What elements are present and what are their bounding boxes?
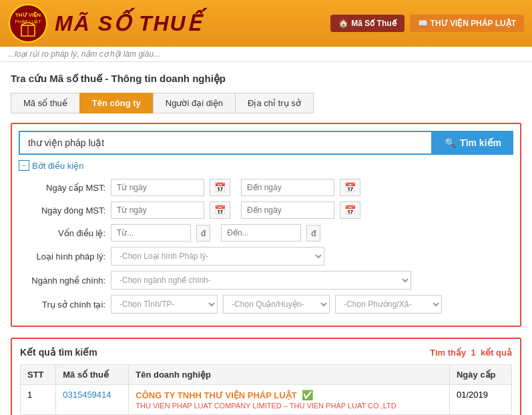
filter-row-capital: Vốn điều lệ: đ đ <box>19 224 513 242</box>
tab-address[interactable]: Địa chỉ trụ sở <box>235 93 314 113</box>
select-legal-type[interactable]: -Chọn Loại hình Pháp lý- <box>111 247 324 266</box>
subtitle: ...loại rủi ro pháp lý, nắm cơ hội làm g… <box>0 47 532 62</box>
results-area: Kết quả tìm kiếm Tìm thấy 1 kết quả STT … <box>11 338 521 415</box>
home-icon: 🏠 <box>338 19 348 28</box>
results-title: Kết quả tìm kiếm <box>20 347 97 358</box>
calendar-icon-3[interactable]: 📅 <box>210 201 230 219</box>
search-icon: 🔍 <box>445 137 456 148</box>
tax-id-link[interactable]: 0315459414 <box>63 390 111 400</box>
table-row: 1 0315459414 CÔNG TY TNHH THƯ VIỆN PHÁP … <box>21 385 512 415</box>
company-name-main[interactable]: CÔNG TY TNHH THƯ VIỆN PHÁP LUẬT ✅ <box>136 390 443 400</box>
select-ward[interactable]: -Chọn Phường/Xã- <box>335 295 442 314</box>
capital-from[interactable] <box>111 224 191 242</box>
cell-tax-id: 0315459414 <box>56 385 129 415</box>
verified-icon: ✅ <box>302 390 313 400</box>
label-issue-date: Ngày cấp MST: <box>19 183 105 193</box>
tab-representative[interactable]: Người đại diện <box>153 93 235 113</box>
filter-row-close-date: Ngày đóng MST: 📅 📅 <box>19 201 513 219</box>
search-input[interactable] <box>19 131 433 155</box>
col-stt: STT <box>21 365 56 385</box>
table-header-row: STT Mã số thuế Tên doanh nghiệp Ngày cấp <box>21 365 512 385</box>
currency-icon-2: đ <box>306 225 320 242</box>
filter-row-legal-type: Loại hình pháp lý: -Chọn Loại hình Pháp … <box>19 247 513 266</box>
filter-row-industry: Ngành nghề chính: -Chọn ngành nghề chính… <box>19 271 513 290</box>
tab-tax-id[interactable]: Mã số thuế <box>11 93 79 113</box>
results-count: Tìm thấy 1 kết quả <box>430 348 512 358</box>
nav-item-tax[interactable]: 🏠 Mã Số Thuế <box>330 15 404 32</box>
book-icon: 📖 <box>418 19 428 28</box>
issue-date-to[interactable] <box>241 179 334 196</box>
results-header: Kết quả tìm kiếm Tìm thấy 1 kết quả <box>20 347 512 358</box>
header-nav: 🏠 Mã Số Thuế 📖 THƯ VIỆN PHÁP LUẬT <box>330 15 524 32</box>
cell-company-name: CÔNG TY TNHH THƯ VIỆN PHÁP LUẬT ✅ THU VI… <box>129 385 450 415</box>
tab-company-name[interactable]: Tên công ty <box>79 93 153 113</box>
close-date-from[interactable] <box>111 201 204 219</box>
label-location: Trụ sở chính tại: <box>19 300 105 310</box>
capital-to[interactable] <box>221 224 301 242</box>
label-capital: Vốn điều lệ: <box>19 228 105 238</box>
filter-row-location: Trụ sở chính tại: -Chọn Tỉnh/TP- -Chọn Q… <box>19 295 513 314</box>
label-industry: Ngành nghề chính: <box>19 276 105 286</box>
col-tax-id: Mã số thuế <box>56 365 129 385</box>
logo: THƯ VIỆN PHÁP LUẬT <box>8 3 48 43</box>
filter-toggle[interactable]: − Bớt điều kiện <box>19 160 513 171</box>
currency-icon-1: đ <box>196 225 210 242</box>
search-row: 🔍 Tìm kiếm <box>19 131 513 155</box>
col-date: Ngày cấp <box>449 365 511 385</box>
results-table: STT Mã số thuế Tên doanh nghiệp Ngày cấp… <box>20 364 512 415</box>
company-name-sub: THU VIEN PHAP LUAT COMPANY LIMITED – THU… <box>136 402 443 410</box>
search-button[interactable]: 🔍 Tìm kiếm <box>433 131 513 155</box>
svg-text:THƯ VIỆN: THƯ VIỆN <box>15 11 41 18</box>
label-close-date: Ngày đóng MST: <box>19 205 105 216</box>
cell-date: 01/2019 <box>449 385 511 415</box>
svg-text:PHÁP LUẬT: PHÁP LUẬT <box>15 19 41 25</box>
cell-stt: 1 <box>21 385 56 415</box>
search-area: 🔍 Tìm kiếm − Bớt điều kiện Ngày cấp MST:… <box>11 123 521 327</box>
issue-date-from[interactable] <box>111 179 204 196</box>
minus-icon: − <box>19 160 29 171</box>
select-province[interactable]: -Chọn Tỉnh/TP- <box>111 295 218 314</box>
filter-form: Ngày cấp MST: 📅 📅 Ngày đóng MST: 📅 📅 Vốn… <box>19 179 513 314</box>
label-legal-type: Loại hình pháp lý: <box>19 252 105 262</box>
select-district[interactable]: -Chọn Quận/Huyện- <box>223 295 330 314</box>
select-industry[interactable]: -Chọn ngành nghề chính- <box>111 271 411 290</box>
page-title: Tra cứu Mã số thuế - Thông tin doanh ngh… <box>11 73 521 85</box>
calendar-icon-2[interactable]: 📅 <box>340 179 360 196</box>
filter-row-issue-date: Ngày cấp MST: 📅 📅 <box>19 179 513 196</box>
nav-item-library[interactable]: 📖 THƯ VIỆN PHÁP LUẬT <box>410 15 524 32</box>
count-number: 1 <box>471 348 475 358</box>
tabs-container: Mã số thuế Tên công ty Người đại diện Đị… <box>11 93 521 113</box>
calendar-icon-4[interactable]: 📅 <box>340 201 360 219</box>
close-date-to[interactable] <box>241 201 334 219</box>
header: THƯ VIỆN PHÁP LUẬT MÃ SỐ THUẾ 🏠 Mã Số Th… <box>0 0 532 47</box>
col-company-name: Tên doanh nghiệp <box>129 365 450 385</box>
site-title: MÃ SỐ THUẾ <box>55 11 330 36</box>
calendar-icon-1[interactable]: 📅 <box>210 179 230 196</box>
